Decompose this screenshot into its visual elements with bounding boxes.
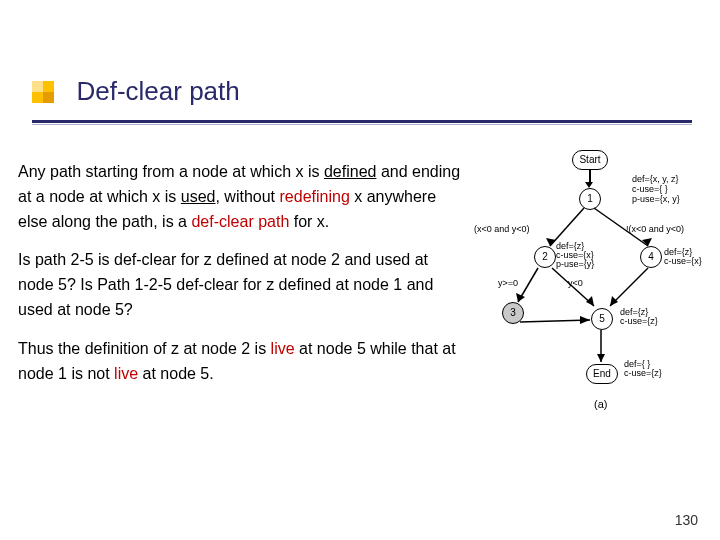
text: Thus the definition of z at node 2 is [18,340,271,357]
paragraph-3: Thus the definition of z at node 2 is li… [18,337,468,387]
svg-line-8 [520,320,590,322]
node-3: 3 [502,302,524,324]
paragraph-1: Any path starting from a node at which x… [18,160,468,234]
annotation-node5: def={z} c-use={z} [620,308,658,326]
paragraph-2: Is path 2-5 is def-clear for z defined a… [18,248,468,322]
keyword-def-clear-path: def-clear path [191,213,289,230]
text: , without [215,188,279,205]
svg-marker-15 [580,316,590,324]
text: Any path starting from a node at which x… [18,163,324,180]
node-4: 4 [640,246,662,268]
keyword-defined: defined [324,163,377,180]
page-number: 130 [675,512,698,528]
slide-title: Def-clear path [76,76,239,107]
svg-rect-2 [43,92,54,103]
annotation-end: def={ } c-use={z} [624,360,662,378]
slide-body: Any path starting from a node at which x… [18,160,468,400]
node-2: 2 [534,246,556,268]
title-rule-shadow [32,124,692,125]
title-bullet-icon [32,81,54,103]
svg-marker-16 [597,354,605,362]
edge-label-25: y<0 [568,278,583,288]
svg-marker-14 [610,296,618,306]
node-5: 5 [591,308,613,330]
text: at node 5. [138,365,214,382]
svg-line-4 [594,208,648,246]
slide-title-block: Def-clear path [32,76,692,107]
slide: Def-clear path Any path starting from a … [0,0,720,540]
svg-rect-1 [32,81,43,92]
text: for x. [289,213,329,230]
keyword-redefining: redefining [280,188,350,205]
keyword-live: live [271,340,295,357]
svg-marker-13 [586,296,594,306]
node-end: End [586,364,618,384]
annotation-node2: def={z} c-use={x} p-use={y} [556,242,594,269]
title-rule [32,120,692,123]
flowchart-diagram: Start 1 def={x, y, z} c-use={ } p-use={x… [476,150,712,440]
svg-marker-12 [516,293,525,302]
keyword-used: used [181,188,216,205]
edge-label-23: y>=0 [498,278,518,288]
annotation-node4: def={z} c-use={x} [664,248,702,266]
diagram-caption: (a) [594,398,607,410]
keyword-live: live [114,365,138,382]
edge-lines-icon [476,150,712,440]
